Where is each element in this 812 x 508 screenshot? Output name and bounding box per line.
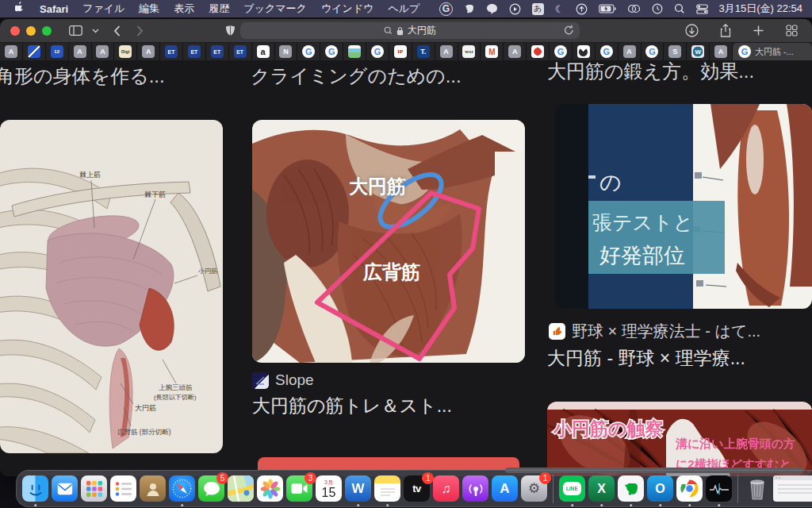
result-title-2[interactable]: クライミングのための...: [251, 64, 525, 89]
active-tab[interactable]: G 大円筋 -...: [733, 43, 812, 60]
pinned-tab[interactable]: A: [619, 43, 642, 60]
dock-launchpad[interactable]: [81, 475, 107, 502]
dock-system-settings[interactable]: ⚙ 1: [521, 475, 547, 502]
pinned-tab[interactable]: G: [320, 43, 343, 60]
menu-bookmarks[interactable]: ブックマーク: [236, 2, 314, 16]
pinned-tab[interactable]: ET: [229, 43, 252, 60]
tab-overview-button[interactable]: [781, 22, 802, 40]
pinned-tab[interactable]: [573, 43, 596, 60]
apple-menu[interactable]: [8, 2, 33, 16]
downloads-button[interactable]: [680, 22, 703, 40]
pinned-tab[interactable]: A: [710, 43, 733, 60]
control-center-icon[interactable]: [696, 2, 708, 15]
shortcut-circle-icon[interactable]: [576, 2, 588, 15]
result-title-1[interactable]: 角形の身体を作る...: [0, 64, 187, 89]
battery-icon[interactable]: [599, 2, 616, 15]
dock-line[interactable]: LINE: [559, 475, 585, 502]
pinned-tab[interactable]: Digi: [114, 43, 137, 60]
dock-outlook[interactable]: O: [647, 475, 673, 502]
menu-file[interactable]: ファイル: [75, 2, 132, 16]
spotlight-icon[interactable]: [674, 2, 685, 15]
reload-button[interactable]: [564, 25, 574, 38]
pinned-tab[interactable]: A: [137, 43, 160, 60]
dock-contacts[interactable]: [140, 475, 166, 502]
result-caption-2[interactable]: 大円筋の筋トレ＆スト...: [252, 394, 527, 418]
pinned-tab[interactable]: A: [92, 43, 115, 60]
dock-chrome[interactable]: [676, 475, 703, 502]
privacy-shield-button[interactable]: [220, 22, 240, 40]
dock-safari[interactable]: [169, 475, 195, 502]
dock-reminders[interactable]: [110, 475, 136, 502]
sidebar-chevron-button[interactable]: [87, 22, 104, 40]
pinned-tab[interactable]: ET: [183, 43, 206, 60]
back-button[interactable]: [109, 22, 125, 40]
evernote-status-icon[interactable]: [464, 2, 475, 15]
dock-podcasts[interactable]: [462, 475, 488, 502]
dock-trash[interactable]: [744, 475, 770, 502]
pinned-tab[interactable]: G: [596, 43, 619, 60]
dock-excel[interactable]: X: [588, 475, 615, 502]
pinned-tab[interactable]: a: [252, 43, 275, 60]
clock-status-icon[interactable]: [652, 2, 663, 15]
pinned-tab[interactable]: G: [297, 43, 320, 60]
menu-edit[interactable]: 編集: [132, 2, 167, 16]
pinned-tab[interactable]: W: [687, 43, 710, 60]
dock-activity-app[interactable]: [706, 475, 732, 502]
pinned-tab[interactable]: G: [550, 43, 573, 60]
pinned-tab[interactable]: A: [435, 43, 458, 60]
dock-facetime[interactable]: 3: [286, 475, 312, 502]
menubar-clock[interactable]: 3月15日(金) 22:54: [719, 2, 803, 16]
pinned-tab[interactable]: G: [642, 43, 665, 60]
pinned-tab[interactable]: 12: [46, 43, 69, 60]
dock-finder[interactable]: [22, 475, 48, 502]
close-window-button[interactable]: [10, 26, 20, 36]
pinned-tab[interactable]: N: [275, 43, 298, 60]
result-image-teres-minor-palpation[interactable]: 小円筋の触察 溝に沿い上腕骨頭の方 に2横指ほどすすむと: [547, 402, 812, 476]
dock-music[interactable]: ♫: [433, 475, 459, 502]
forward-button[interactable]: [132, 22, 148, 40]
dock-notes[interactable]: [374, 475, 400, 502]
menu-window[interactable]: ウインドウ: [314, 2, 381, 16]
pinned-tab[interactable]: T.: [412, 43, 435, 60]
result-title-3[interactable]: 大円筋の鍛え方。効果...: [547, 59, 812, 84]
dock-calendar[interactable]: 3月 15: [316, 475, 342, 502]
address-bar[interactable]: 大円筋: [240, 22, 580, 39]
google-status-icon[interactable]: G: [439, 2, 453, 16]
minimize-window-button[interactable]: [26, 26, 36, 36]
handoff-rings-icon[interactable]: [627, 2, 641, 15]
result-source-3[interactable]: 野球 × 理学療法士 - はて...: [549, 321, 760, 342]
pinned-tab[interactable]: [343, 43, 366, 60]
menu-history[interactable]: 履歴: [201, 2, 236, 16]
pinned-tab[interactable]: G: [366, 43, 389, 60]
zoom-window-button[interactable]: [42, 26, 52, 36]
focus-moon-icon[interactable]: ☾: [555, 2, 565, 15]
menu-safari[interactable]: Safari: [33, 3, 75, 15]
result-image-back-muscles[interactable]: 大円筋 広背筋: [252, 120, 525, 363]
pinned-tab[interactable]: M: [481, 43, 504, 60]
dock-app-store[interactable]: A: [492, 475, 518, 502]
pinned-tab[interactable]: ET: [160, 43, 183, 60]
pinned-tab[interactable]: [23, 43, 46, 60]
menu-view[interactable]: 表示: [167, 2, 201, 16]
sidebar-toggle-button[interactable]: [64, 22, 87, 40]
dock-messages[interactable]: 5: [198, 475, 224, 502]
result-source-2[interactable]: Slope: [252, 371, 314, 389]
input-source-icon[interactable]: あ: [532, 3, 544, 15]
pinned-tab[interactable]: WSJ: [458, 43, 481, 60]
pinned-tab[interactable]: A: [504, 43, 527, 60]
pinned-tab[interactable]: S: [664, 43, 687, 60]
pinned-tab[interactable]: A: [69, 43, 92, 60]
result-image-blue-slide[interactable]: の 張テストと 好発部位: [555, 104, 812, 309]
dock-apple-tv[interactable]: tv 1: [404, 475, 430, 502]
share-button[interactable]: [715, 22, 736, 40]
pinned-tab[interactable]: [527, 43, 550, 60]
dock-mail[interactable]: [52, 475, 78, 502]
dock-minimized-window[interactable]: [773, 475, 812, 502]
result-caption-3[interactable]: 大円筋 - 野球 × 理学療...: [547, 346, 812, 371]
now-playing-icon[interactable]: [509, 2, 521, 15]
pinned-tab[interactable]: ET: [206, 43, 229, 60]
dock-maps[interactable]: [228, 475, 254, 502]
pinned-tab[interactable]: IP: [389, 43, 412, 60]
dock-photos[interactable]: [257, 475, 283, 502]
result-image-partial-red[interactable]: [258, 457, 519, 470]
